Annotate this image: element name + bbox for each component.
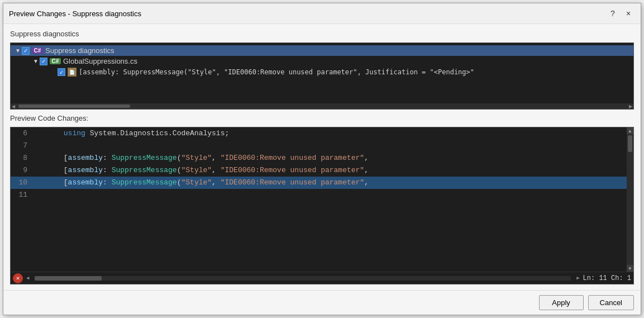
suppress-label: Suppress diagnostics [10,30,634,38]
title-bar-left: Preview Changes - Suppress diagnostics [9,10,141,18]
tree-row-label: GlobalSuppressions.cs [63,57,137,65]
line-code: [assembly: SuppressMessage("Style", "IDE… [33,152,633,164]
code-line-highlighted: 10 [assembly: SuppressMessage("Style", "… [11,177,633,189]
tree-panel: ▼ C# Suppress diagnostics ▼ C# GlobalSup… [10,42,634,110]
lang-badge-cs: C# [50,58,61,64]
code-status-bar: ✕ ◀ ▶ Ln: 11 Ch: 1 [11,272,633,284]
line-code [33,189,633,201]
dialog: Preview Changes - Suppress diagnostics ?… [3,3,641,315]
help-button[interactable]: ? [606,7,619,20]
line-number: 6 [11,127,33,140]
scroll-left-icon[interactable]: ◀ [11,104,16,109]
line-code: [assembly: SuppressMessage("Style", "IDE… [33,164,633,177]
line-number: 7 [11,140,33,152]
code-scrollbar-v: ▲ ▼ [627,127,633,272]
line-number: 9 [11,164,33,177]
dialog-title: Preview Changes - Suppress diagnostics [9,10,141,18]
close-button[interactable]: × [622,7,635,20]
scroll-right-icon[interactable]: ▶ [628,104,633,109]
status-scrollbar-h [35,276,571,281]
scroll-right-icon[interactable]: ▶ [575,275,580,281]
code-line: 7 [11,140,633,152]
title-bar-right: ? × [606,7,635,20]
tree-content: ▼ C# Suppress diagnostics ▼ C# GlobalSup… [11,43,633,80]
scroll-down-icon[interactable]: ▼ [627,265,633,272]
apply-button[interactable]: Apply [539,295,584,310]
tree-scrollbar-h: ◀ ▶ [11,103,633,109]
tree-row[interactable]: ▼ C# GlobalSuppressions.cs [11,56,633,67]
line-code: using System.Diagnostics.CodeAnalysis; [33,127,633,140]
code-line: 9 [assembly: SuppressMessage("Style", "I… [11,164,633,177]
tree-checkbox[interactable] [40,58,47,65]
title-bar: Preview Changes - Suppress diagnostics ?… [3,3,641,24]
code-line: 6 using System.Diagnostics.CodeAnalysis; [11,127,633,140]
tree-checkbox[interactable] [22,47,30,55]
scroll-up-icon[interactable]: ▲ [627,127,633,134]
tree-row[interactable]: ▼ C# Suppress diagnostics [11,45,633,56]
tree-row-label: Suppress diagnostics [45,46,115,55]
line-number: 8 [11,152,33,164]
error-icon: ✕ [13,273,23,283]
tree-checkbox[interactable] [58,68,65,76]
code-line: 11 [11,189,633,201]
scrollbar-thumb[interactable] [18,105,130,108]
line-number: 11 [11,189,33,201]
dialog-footer: Apply Cancel [3,290,641,315]
expander-icon: ▼ [14,47,22,55]
dialog-body: Suppress diagnostics ▼ C# Suppress diagn… [3,24,641,290]
tree-row[interactable]: ▶ 📄 [assembly: SuppressMessage("Style", … [11,67,633,78]
lang-badge-csharp-purple: C# [32,48,43,54]
scrollbar-thumb[interactable] [628,135,632,152]
line-code [33,140,633,152]
doc-icon: 📄 [68,68,77,77]
cancel-button[interactable]: Cancel [588,295,634,310]
scrollbar-thumb[interactable] [35,276,102,281]
tree-row-label: [assembly: SuppressMessage("Style", "IDE… [79,68,474,76]
code-panel: 6 using System.Diagnostics.CodeAnalysis;… [10,127,634,284]
code-section-label: Preview Code Changes: [10,114,634,122]
status-position: Ln: 11 Ch: 1 [583,274,631,282]
code-content: 6 using System.Diagnostics.CodeAnalysis;… [11,127,633,201]
line-number: 10 [11,177,33,189]
expander-icon: ▼ [32,58,40,65]
scroll-left-icon[interactable]: ◀ [25,275,30,281]
code-line: 8 [assembly: SuppressMessage("Style", "I… [11,152,633,164]
line-code: [assembly: SuppressMessage("Style", "IDE… [33,177,633,189]
